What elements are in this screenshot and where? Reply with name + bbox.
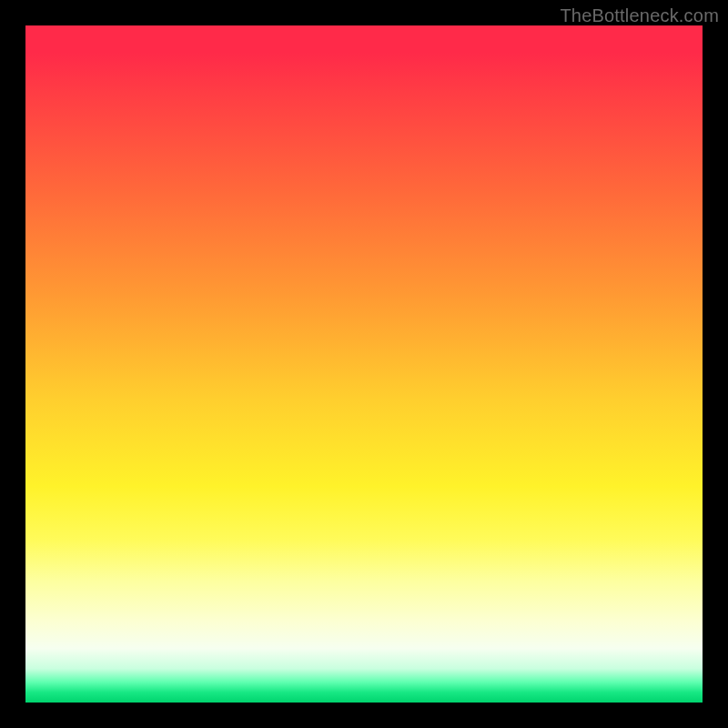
watermark-text: TheBottleneck.com [560, 5, 719, 26]
chart-stage: TheBottleneck.com [0, 0, 728, 728]
heat-gradient-background [25, 25, 703, 703]
plot-area [25, 25, 703, 703]
